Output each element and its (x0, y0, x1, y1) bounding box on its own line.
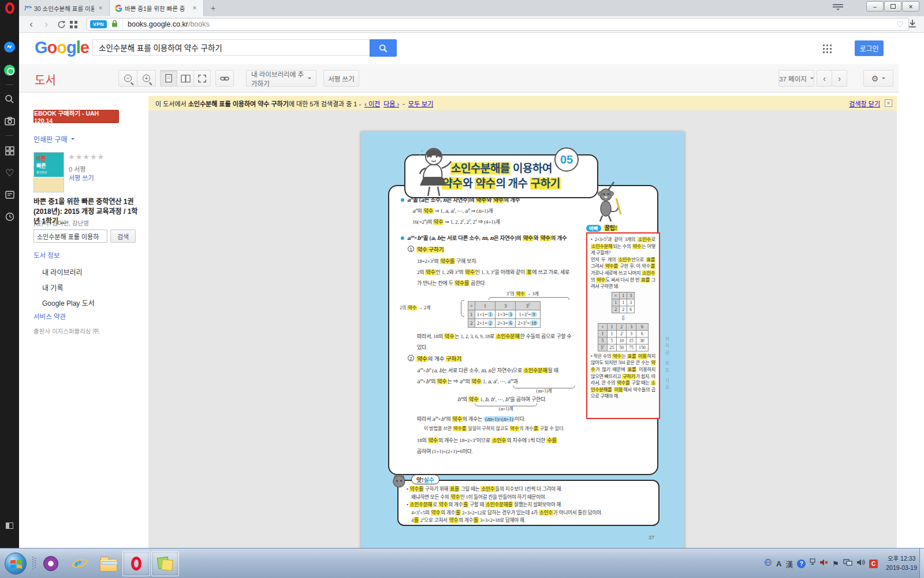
opera-logo-icon[interactable] (0, 0, 19, 16)
taskbar-explorer-folder-icon[interactable] (98, 553, 119, 574)
restore-button[interactable] (884, 1, 901, 12)
down-arrow-icon: ⇩ (591, 315, 655, 321)
minimize-button[interactable] (866, 1, 884, 12)
page-select-label: 37 페이지 (779, 74, 807, 83)
search-result-banner: 이 도서에서 소인수분해 표를 이용하여 약수 구하기에 대한 5개 검색결과 … (148, 96, 897, 110)
tab-menu-icon[interactable] (833, 4, 843, 12)
reload-button[interactable] (55, 18, 68, 31)
rating-stars[interactable]: ★★★★★ (68, 153, 105, 161)
book-page[interactable]: 05 소인수분해를 이용하여 약수와 약수의 개수 구하기 (361, 131, 684, 549)
show-desktop-button[interactable] (919, 549, 924, 578)
input-method-icon[interactable] (764, 558, 772, 569)
news-icon[interactable] (0, 186, 19, 203)
in-book-search-button[interactable]: 검색 (110, 229, 136, 243)
divider (6, 84, 13, 85)
table-row: 113 (612, 299, 634, 306)
single-page-view-button[interactable] (160, 70, 177, 87)
table-cell: 25 (607, 344, 617, 351)
close-search-icon[interactable]: × (885, 99, 892, 107)
forward-button[interactable]: › (40, 18, 53, 31)
address-bar[interactable]: VPN books.google.co.kr/books ♡ (87, 18, 909, 31)
apps-grid-icon[interactable] (823, 45, 825, 46)
ime-hanja-icon[interactable]: 漢 (785, 558, 793, 569)
table-cell: × (612, 292, 619, 299)
muted-speaker-icon[interactable] (819, 558, 828, 569)
speed-dial-grid-icon[interactable] (70, 21, 83, 34)
zoom-in-button[interactable]: + (137, 70, 156, 87)
view-all-link[interactable]: 모두 보기 (408, 99, 434, 108)
taskbar-clock[interactable]: 오후 12:33 2019-03-19 (886, 554, 917, 572)
in-book-search-input[interactable] (33, 229, 107, 243)
terms-link[interactable]: 서비스 약관 (33, 312, 66, 321)
taskbar-opera-icon[interactable] (126, 553, 147, 574)
new-tab-button[interactable] (208, 3, 218, 13)
book-cover-thumbnail[interactable]: 바쁜 빠른 중학연산 (33, 152, 64, 192)
bookmarks-heart-icon[interactable]: ♡ (0, 164, 19, 181)
google-play-books-item[interactable]: Google Play 도서 (42, 298, 95, 307)
start-button[interactable] (5, 553, 27, 575)
google-books-header: Google 로그인 (19, 33, 899, 64)
google-logo[interactable]: Google (35, 38, 89, 57)
tab-close-icon[interactable] (191, 4, 199, 12)
previous-result-link[interactable]: ‹ 이전 (364, 99, 380, 108)
divisor-table: ×133211×1=11×3=31×32=922×1=22×3=62×32=18 (468, 301, 541, 328)
table-cell: 2×3=6 (495, 319, 516, 328)
whatsapp-icon[interactable] (0, 61, 19, 79)
table-cell: 2 (612, 306, 619, 313)
previous-page-button[interactable]: ‹ (817, 70, 832, 87)
tab-close-icon[interactable] (96, 4, 105, 12)
speed-dial-icon[interactable] (0, 142, 19, 160)
buy-ebook-button[interactable]: EBOOK 구매하기 - UAH 120.14 (33, 110, 119, 123)
my-library-item[interactable]: 내 라이브러리 (42, 267, 83, 277)
write-review-button[interactable]: 서평 쓰기 (323, 70, 359, 87)
dash: - (403, 100, 405, 107)
messenger-icon[interactable] (0, 38, 19, 55)
app-tray-icon[interactable]: C (869, 560, 878, 568)
download-icon[interactable] (908, 19, 917, 31)
buy-print-link[interactable]: 인쇄판 구매 (33, 134, 74, 144)
my-history-item[interactable]: 내 기록 (42, 283, 63, 292)
add-to-library-button[interactable]: 내 라이브러리에 추가하기 (246, 70, 316, 87)
action-center-flag-icon[interactable]: ⚑ (832, 560, 839, 568)
tray-expand-icon[interactable] (810, 558, 815, 569)
write-review-link[interactable]: 서평 쓰기 (69, 173, 94, 182)
next-result-link[interactable]: 다음 › (383, 99, 399, 108)
close-search-bar-link[interactable]: 검색창 닫기 (849, 99, 880, 108)
taskbar-media-app-icon[interactable] (40, 553, 61, 574)
snapshot-camera-icon[interactable] (0, 112, 19, 129)
link-button[interactable] (215, 70, 234, 87)
mistake-line: • 소인수분해로 약수의 개수를 구할 때 소인수분해를 잘했는지 살펴보아야 … (407, 501, 658, 509)
table-cell: 10 (617, 337, 627, 344)
table-cell: 75 (627, 344, 636, 351)
two-page-view-button[interactable] (177, 70, 194, 87)
book-info-link[interactable]: 도서 정보 (33, 250, 60, 260)
zoom-out-button[interactable]: − (118, 70, 137, 87)
ime-language-icon[interactable]: A (776, 560, 781, 568)
tab-title: 바쁜 중1을 위한 빠른 중 (125, 4, 188, 13)
taskbar-internet-explorer-icon[interactable]: e (69, 553, 90, 574)
network-icon[interactable] (843, 558, 852, 569)
settings-gear-button[interactable]: ⚙ (863, 70, 893, 87)
url-path: /books (188, 20, 210, 28)
close-button[interactable] (902, 1, 919, 12)
tab-current-page[interactable]: 바쁜 중1을 위한 빠른 중 (110, 0, 204, 16)
search-icon[interactable] (0, 90, 19, 108)
next-page-button[interactable]: › (832, 70, 847, 87)
cat-cartoon (392, 473, 407, 488)
vpn-badge[interactable]: VPN (90, 20, 107, 28)
sidebar-toggle-icon[interactable] (0, 517, 19, 534)
back-button[interactable]: ‹ (25, 18, 38, 31)
login-button[interactable]: 로그인 (855, 40, 884, 56)
taskbar-notes-icon[interactable] (155, 553, 176, 574)
page-select-dropdown[interactable]: 37 페이지 (778, 70, 814, 87)
fullscreen-button[interactable] (193, 70, 211, 87)
search-input[interactable] (92, 39, 370, 55)
table-cell: 3 (627, 292, 635, 299)
history-clock-icon[interactable] (0, 208, 19, 225)
help-icon[interactable]: ? (797, 560, 806, 568)
section-title: 도서 (35, 71, 56, 88)
bookmark-heart-icon[interactable]: ♡ (896, 20, 904, 29)
speaker-icon[interactable] (856, 558, 865, 569)
search-button[interactable] (370, 39, 397, 57)
tab-prev-page[interactable]: 30 소인수분해 표를 이용 (19, 0, 110, 16)
